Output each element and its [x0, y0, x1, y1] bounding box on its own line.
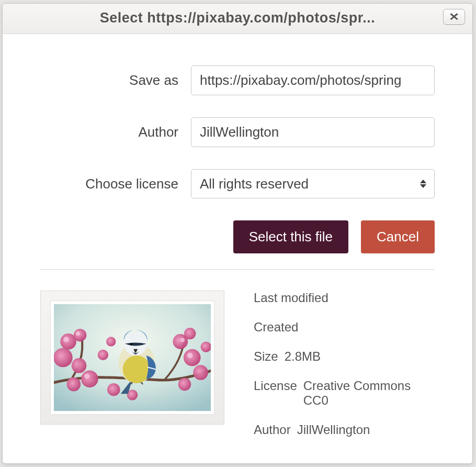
svg-point-13 [184, 349, 201, 366]
dialog-body: Save as Author Choose license All rights… [3, 34, 472, 464]
author-label: Author [40, 124, 191, 140]
svg-point-15 [178, 378, 191, 391]
metadata-list: Last modified Created Size 2.8MB License… [254, 291, 435, 452]
meta-label: Created [254, 320, 298, 335]
thumbnail-frame [40, 291, 224, 425]
svg-point-4 [72, 358, 87, 373]
svg-point-3 [54, 348, 73, 368]
meta-size: Size 2.8MB [254, 349, 435, 364]
meta-created: Created [254, 320, 435, 335]
svg-point-17 [63, 337, 69, 342]
license-select[interactable]: All rights reserved [191, 169, 435, 198]
svg-point-25 [130, 343, 133, 346]
meta-label: Author [254, 422, 291, 437]
svg-point-21 [180, 338, 185, 342]
file-select-dialog: Select https://pixabay.com/photos/spr...… [2, 3, 473, 464]
svg-point-16 [201, 341, 211, 352]
button-row: Select this file Cancel [40, 220, 435, 253]
dialog-header: Select https://pixabay.com/photos/spr...… [3, 4, 472, 34]
dialog-title: Select https://pixabay.com/photos/spr... [100, 10, 376, 26]
meta-value: JillWellington [297, 422, 370, 437]
meta-license: License Creative Commons CC0 [254, 379, 435, 408]
close-icon: ✕ [449, 12, 459, 22]
svg-point-8 [106, 337, 116, 346]
save-as-row: Save as [40, 65, 435, 95]
svg-point-14 [193, 365, 208, 380]
meta-value: Creative Commons CC0 [303, 379, 435, 408]
select-file-button[interactable]: Select this file [233, 220, 348, 253]
author-row: Author [40, 117, 435, 147]
meta-label: License [254, 379, 297, 408]
svg-point-9 [107, 383, 120, 396]
meta-last-modified: Last modified [254, 291, 435, 305]
close-button[interactable]: ✕ [443, 9, 465, 25]
meta-label: Last modified [254, 291, 328, 305]
svg-point-5 [81, 370, 98, 387]
file-metadata-section: Last modified Created Size 2.8MB License… [40, 291, 435, 452]
thumbnail-inner [50, 301, 214, 415]
author-input[interactable] [191, 117, 435, 147]
cancel-button[interactable]: Cancel [361, 220, 435, 253]
svg-point-20 [187, 353, 192, 358]
save-as-input[interactable] [191, 65, 435, 95]
save-as-label: Save as [40, 72, 191, 88]
svg-point-23 [123, 355, 151, 383]
divider [40, 269, 435, 270]
svg-point-12 [184, 328, 196, 339]
meta-author: Author JillWellington [254, 422, 435, 437]
license-row: Choose license All rights reserved [40, 169, 435, 198]
svg-point-19 [84, 374, 89, 379]
thumbnail-image [54, 304, 211, 411]
license-label: Choose license [40, 176, 191, 192]
svg-point-7 [98, 350, 108, 360]
svg-point-18 [76, 331, 80, 336]
meta-value: 2.8MB [285, 349, 321, 364]
svg-point-2 [74, 329, 86, 341]
meta-label: Size [254, 349, 278, 364]
svg-point-6 [67, 377, 81, 392]
